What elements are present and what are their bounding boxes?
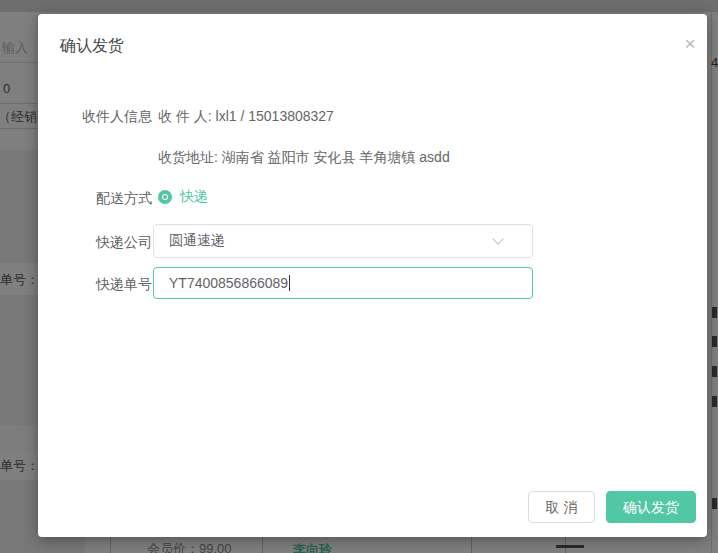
delivery-method-label: 配送方式 (60, 190, 152, 208)
text-cursor (289, 275, 290, 291)
recipient-address-value: 收货地址: 湖南省 益阳市 安化县 羊角塘镇 asdd (158, 149, 450, 167)
recipient-name-value: 收 件 人: lxl1 / 15013808327 (158, 108, 334, 126)
recipient-info-label: 收件人信息 (60, 108, 152, 126)
screen: 输入 0 （经销商 单号： 单号： 会员价：99.00 李向玲 4 确认发货 (0, 0, 718, 553)
radio-option-label[interactable]: 快递 (180, 188, 208, 206)
tracking-number-value: YT7400856866089 (169, 275, 288, 291)
selected-option-text: 圆通速递 (169, 232, 494, 250)
radio-checked-icon[interactable] (158, 190, 172, 204)
tracking-number-input[interactable]: YT7400856866089 (153, 267, 533, 299)
chevron-down-icon (492, 233, 503, 244)
cancel-button[interactable]: 取 消 (528, 491, 595, 523)
dialog-title: 确认发货 (60, 36, 124, 57)
close-icon[interactable]: × (678, 32, 702, 56)
confirm-shipment-button[interactable]: 确认发货 (606, 491, 696, 523)
tracking-number-label: 快递单号 (60, 276, 152, 294)
courier-company-select[interactable]: 圆通速递 (153, 224, 533, 258)
courier-company-label: 快递公司 (60, 234, 152, 252)
confirm-shipment-dialog: 确认发货 × 收件人信息 收 件 人: lxl1 / 15013808327 收… (38, 14, 707, 537)
delivery-method-radio-group: 快递 (158, 188, 208, 206)
